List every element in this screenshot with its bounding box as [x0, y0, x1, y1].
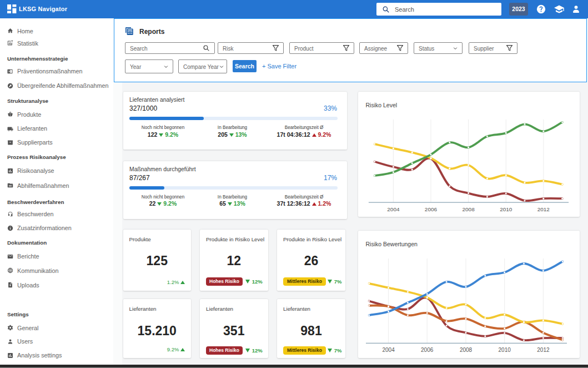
svg-text:2010: 2010 [500, 206, 512, 212]
svg-text:2006: 2006 [421, 347, 434, 353]
svg-text:2004: 2004 [387, 206, 400, 212]
svg-text:2012: 2012 [537, 206, 550, 212]
svg-text:2006: 2006 [424, 206, 437, 212]
svg-text:2008: 2008 [459, 347, 472, 353]
svg-text:2004: 2004 [382, 347, 395, 353]
svg-text:2008: 2008 [462, 206, 475, 212]
svg-text:2012: 2012 [537, 347, 550, 353]
svg-text:2010: 2010 [498, 347, 511, 353]
